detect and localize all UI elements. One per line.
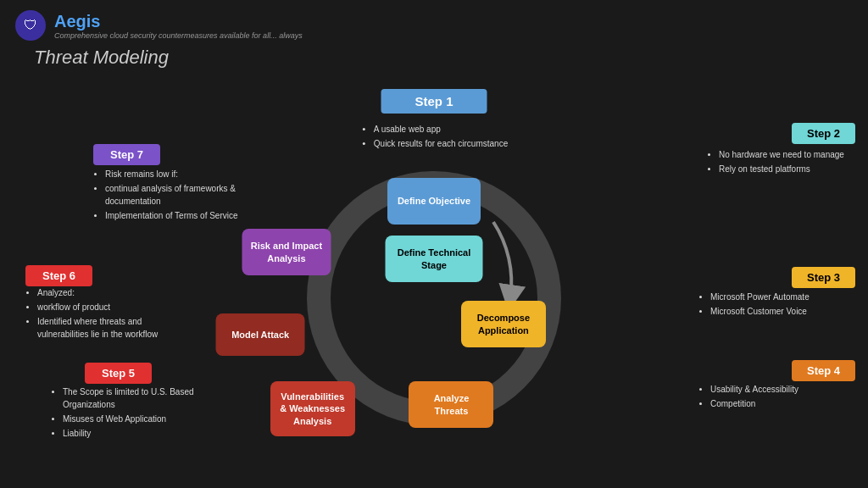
step1-box: Step 1	[381, 89, 487, 114]
step6-label: Step 6	[42, 269, 75, 282]
step2-label: Step 2	[807, 127, 840, 140]
step7-label: Step 7	[110, 148, 143, 161]
step7-bullet3: Implementation of Terms of Service	[105, 209, 254, 222]
step6-box: Step 6	[25, 265, 92, 286]
step4-bullet2: Competition	[710, 397, 855, 410]
shield-icon: 🛡	[24, 18, 37, 33]
step6-bullet3: Identified where threats and vulnerabili…	[37, 315, 182, 341]
step5-bullet1: The Scope is limited to U.S. Based Organ…	[63, 385, 216, 411]
node-decompose: Decompose Application	[461, 301, 546, 347]
header: 🛡 Aegis Comprehensive cloud security cou…	[0, 0, 868, 51]
step2-bullet1: No hardware we need to manage	[719, 148, 855, 161]
step4-box: Step 4	[792, 360, 855, 381]
step5-bullet3: Liability	[63, 427, 216, 440]
step6-bullet1: Analyzed:	[37, 286, 182, 299]
diagram: Step 1 A usable web app Quick results fo…	[0, 68, 868, 488]
step1-label: Step 1	[415, 94, 453, 108]
step7-desc: Risk remains low if: continual analysis …	[93, 168, 254, 224]
step6-bullet2: workflow of product	[37, 301, 182, 313]
step5-label: Step 5	[102, 367, 135, 380]
node-define-technical: Define Technical Stage	[386, 236, 483, 282]
step6-desc: Analyzed: workflow of product Identified…	[25, 286, 182, 342]
step1-bullet2: Quick results for each circumstance	[374, 137, 508, 150]
step4-desc: Usability & Accessibility Competition	[698, 383, 855, 412]
step2-bullet2: Rely on tested platforms	[719, 163, 855, 175]
node-vuln: Vulnerabilities & Weaknesses Analysis	[270, 381, 355, 436]
node-analyze-threats: Analyze Threats	[409, 381, 493, 428]
brand-text: Aegis Comprehensive cloud security count…	[54, 12, 303, 40]
step5-box: Step 5	[85, 363, 152, 384]
step3-bullet1: Microsoft Power Automate	[710, 291, 855, 303]
step4-bullet1: Usability & Accessibility	[710, 383, 855, 396]
step7-bullet2: continual analysis of frameworks & docum…	[105, 182, 254, 208]
brand-name: Aegis	[54, 12, 303, 31]
step2-box: Step 2	[792, 123, 855, 144]
node-define-objective: Define Objective	[387, 178, 481, 225]
step3-label: Step 3	[807, 271, 840, 284]
step5-bullet2: Misuses of Web Application	[63, 413, 216, 425]
step3-box: Step 3	[792, 267, 855, 288]
step2-desc: No hardware we need to manage Rely on te…	[707, 148, 855, 177]
step5-desc: The Scope is limited to U.S. Based Organ…	[51, 385, 216, 441]
node-risk: Risk and Impact Analysis	[242, 229, 331, 275]
step7-box: Step 7	[93, 144, 160, 165]
step7-bullet1: Risk remains low if:	[105, 168, 254, 180]
step3-desc: Microsoft Power Automate Microsoft Custo…	[698, 291, 855, 319]
step1-bullet1: A usable web app	[374, 123, 508, 136]
page-title: Threat Modeling	[34, 47, 169, 69]
logo-icon: 🛡	[15, 10, 46, 41]
brand-tagline: Comprehensive cloud security countermeas…	[54, 31, 303, 40]
step3-bullet2: Microsoft Customer Voice	[710, 305, 855, 318]
node-model-attack: Model Attack	[216, 313, 305, 356]
step1-desc: A usable web app Quick results for each …	[360, 123, 508, 152]
step4-label: Step 4	[807, 364, 840, 377]
